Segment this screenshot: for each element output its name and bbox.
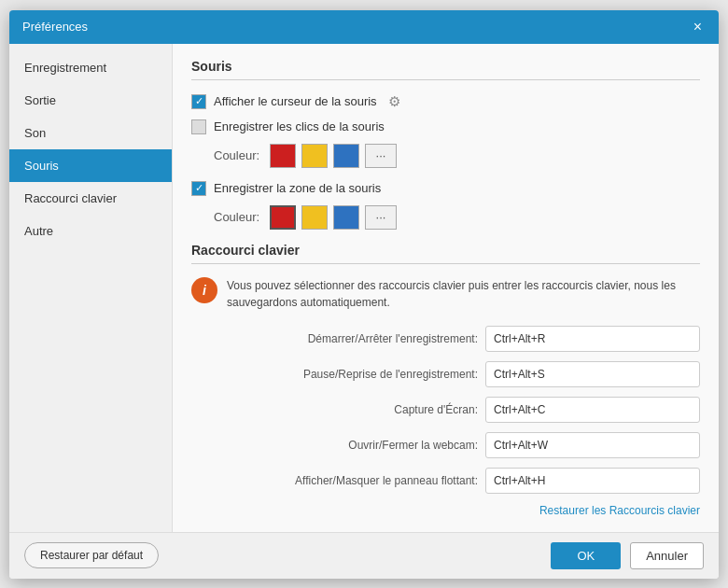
color-more-button-2[interactable]: ··· xyxy=(365,205,397,230)
checkbox-enregistrer-zone-row: ✓ Enregistrer la zone de la souris xyxy=(191,181,700,196)
color-swatch-1-yellow[interactable] xyxy=(301,144,328,168)
color-more-button-1[interactable]: ··· xyxy=(365,144,397,168)
color-row-2: Couleur: ··· xyxy=(214,205,700,230)
main-wrapper: Souris ✓ Afficher le curseur de la souri… xyxy=(173,44,719,532)
checkbox-enregistrer-clics[interactable] xyxy=(191,119,206,134)
dialog-title: Préférences xyxy=(22,20,88,34)
section-souris-title: Souris xyxy=(191,59,700,80)
shortcut-input-4[interactable] xyxy=(485,468,700,494)
gear-icon[interactable]: ⚙ xyxy=(388,93,400,110)
preferences-dialog: Préférences × Enregistrement Sortie Son … xyxy=(9,10,719,579)
color-label-1: Couleur: xyxy=(214,148,260,162)
sidebar-item-raccourci-clavier[interactable]: Raccourci clavier xyxy=(9,182,172,215)
shortcut-row-3: Ouvrir/Fermer la webcam: xyxy=(191,432,700,458)
color-swatch-1-red[interactable] xyxy=(270,144,296,168)
info-icon: i xyxy=(191,277,217,303)
shortcut-label-0: Démarrer/Arrêter l'enregistrement: xyxy=(308,332,478,345)
checkbox-enregistrer-clics-label: Enregistrer les clics de la souris xyxy=(214,119,385,133)
sidebar-item-enregistrement[interactable]: Enregistrement xyxy=(9,51,172,84)
close-button[interactable]: × xyxy=(690,18,706,36)
main-content: Souris ✓ Afficher le curseur de la souri… xyxy=(173,44,719,532)
checkbox-enregistrer-zone-label: Enregistrer la zone de la souris xyxy=(214,181,381,195)
shortcut-input-3[interactable] xyxy=(485,432,700,458)
color-swatch-2-yellow[interactable] xyxy=(301,205,328,230)
ok-button[interactable]: OK xyxy=(551,542,621,569)
checkbox-enregistrer-zone[interactable]: ✓ xyxy=(191,181,206,196)
shortcut-input-0[interactable] xyxy=(485,326,700,352)
dialog-body: Enregistrement Sortie Son Souris Raccour… xyxy=(9,44,719,532)
color-label-2: Couleur: xyxy=(214,210,260,224)
shortcut-input-2[interactable] xyxy=(485,397,700,423)
checkbox-afficher[interactable]: ✓ xyxy=(191,94,206,109)
color-swatch-1-blue[interactable] xyxy=(333,144,359,168)
sidebar-item-souris[interactable]: Souris xyxy=(9,149,172,182)
restore-default-button[interactable]: Restaurer par défaut xyxy=(24,542,159,568)
shortcut-label-3: Ouvrir/Fermer la webcam: xyxy=(348,439,478,452)
color-swatch-2-red[interactable] xyxy=(270,205,296,230)
sidebar-item-sortie[interactable]: Sortie xyxy=(9,84,172,117)
color-swatch-2-blue[interactable] xyxy=(333,205,359,230)
shortcut-row-1: Pause/Reprise de l'enregistrement: xyxy=(191,361,700,387)
cancel-button[interactable]: Annuler xyxy=(630,542,704,569)
sidebar: Enregistrement Sortie Son Souris Raccour… xyxy=(9,44,173,532)
info-text: Vous pouvez sélectionner des raccourcis … xyxy=(227,277,700,311)
checkbox-enregistrer-clics-row: Enregistrer les clics de la souris xyxy=(191,119,700,134)
shortcut-row-4: Afficher/Masquer le panneau flottant: xyxy=(191,468,700,494)
title-bar: Préférences × xyxy=(9,10,719,44)
restore-shortcuts-link[interactable]: Restaurer les Raccourcis clavier xyxy=(539,504,700,517)
shortcut-label-1: Pause/Reprise de l'enregistrement: xyxy=(303,368,478,381)
shortcut-label-4: Afficher/Masquer le panneau flottant: xyxy=(295,474,478,487)
restore-shortcuts-container: Restaurer les Raccourcis clavier xyxy=(191,503,700,517)
shortcut-label-2: Capture d'Écran: xyxy=(394,403,478,416)
info-box: i Vous pouvez sélectionner des raccourci… xyxy=(191,277,700,311)
checkbox-afficher-label: Afficher le curseur de la souris xyxy=(214,94,377,108)
dialog-footer: Restaurer par défaut OK Annuler xyxy=(9,532,719,579)
color-row-1: Couleur: ··· xyxy=(214,144,700,168)
sidebar-item-autre[interactable]: Autre xyxy=(9,215,172,247)
shortcut-input-1[interactable] xyxy=(485,361,700,387)
shortcut-row-0: Démarrer/Arrêter l'enregistrement: xyxy=(191,326,700,352)
sidebar-item-son[interactable]: Son xyxy=(9,117,172,149)
shortcut-row-2: Capture d'Écran: xyxy=(191,397,700,423)
section-raccourci-title: Raccourci clavier xyxy=(191,243,700,264)
checkbox-afficher-row: ✓ Afficher le curseur de la souris ⚙ xyxy=(191,93,700,110)
footer-right: OK Annuler xyxy=(551,542,704,569)
